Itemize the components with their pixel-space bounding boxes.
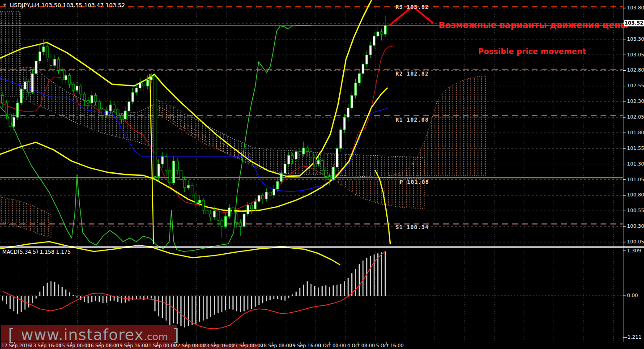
candle-bear [117,109,119,115]
candle-bear [98,102,100,109]
chart-window: [ www.instaforex .com ] ▼ USDJPY,H4 103.… [0,0,644,349]
candle-bull [198,200,200,203]
candle-bear [50,58,52,66]
candle-bear [325,170,327,177]
candle-bear [232,208,234,214]
candle-bear [9,114,11,127]
candle-bull [31,73,34,92]
candle-bull [35,61,37,74]
candle-bull [91,95,93,103]
candle-bull [54,59,56,65]
candle-bear [183,180,186,188]
candle-bear [380,32,383,34]
candle-bull [228,208,230,217]
candle-bear [221,220,223,226]
candle-bull [139,83,141,88]
candle-bear [72,84,74,90]
band-spike-line [150,74,154,244]
candle-bull [351,95,353,108]
pivot-label-r1: R1 102.08 [396,117,429,123]
price-axis-zone[interactable] [623,0,644,342]
candle-bull [39,52,41,61]
symbol-dropdown-icon[interactable]: ▼ [3,3,6,7]
candle-bear [94,95,97,102]
candle-bear [202,200,205,210]
candle-bull [146,80,149,86]
candle-bull [332,167,334,180]
candle-bear [291,155,294,159]
candle-bull [132,92,134,102]
candle-bull [158,164,160,177]
candle-bear [328,177,331,180]
candle-bull [106,111,108,115]
candle-bear [2,95,4,103]
time-axis-zone[interactable] [0,342,644,349]
candle-bear [262,195,264,199]
candle-bull [20,89,22,103]
candle-bear [80,86,82,94]
candle-bull [295,152,297,159]
candle-bull [366,55,368,64]
candle-bear [154,77,156,176]
candle-bull [354,83,357,95]
candle-bull [254,201,256,209]
pivot-label-s1: S1 100.34 [396,224,429,230]
candle-bull [317,160,320,164]
candle-bull [24,82,26,89]
annotation-line-ru: Возможные варианты движения цены [439,20,626,30]
ichimoku-cloud [20,67,154,148]
candle-bull [172,161,175,183]
candle-bull [265,192,268,199]
candle-bull [161,157,163,164]
candle-bull [347,108,349,117]
candle-bull [243,214,245,226]
pivot-label-r3: R3 103.82 [396,4,429,10]
candle-bear [239,223,242,226]
candle-bear [87,100,89,103]
candle-bull [336,149,338,167]
candle-bear [28,82,30,93]
macd-layer [3,251,385,329]
ichimoku-cloud [0,197,51,238]
candle-bull [277,182,279,189]
candle-bear [83,94,85,100]
candle-bear [217,211,219,220]
ichimoku-cloud [154,98,424,179]
candle-bear [102,109,104,115]
candle-bull [225,217,227,226]
candle-bull [76,86,78,90]
candle-bull [188,185,190,188]
candle-bull [13,117,15,127]
candle-bull [150,77,153,80]
candle-bull [109,105,111,111]
candle-bear [235,214,238,223]
macd-indicator-label: MACD(5,34,5) 1.158 1.175 [2,249,71,255]
candle-bear [143,83,145,86]
candle-bull [288,155,290,164]
candle-bull [247,205,249,214]
candle-bear [68,76,71,85]
candle-bear [57,59,60,70]
candle-bear [310,152,312,158]
candle-bull [124,111,126,119]
candle-bull [128,102,130,111]
candle-bull [43,47,45,51]
candle-bear [165,157,167,170]
candle-bear [314,158,316,164]
pivot-label-p: P 101.08 [400,179,429,185]
ichimoku-cloud-layer [0,12,486,238]
candle-bull [258,195,260,201]
candle-bear [191,185,193,194]
candle-bear [209,214,212,217]
candle-bear [321,160,323,170]
price-movement-annotation: Возможные варианты движения цены Possibl… [439,3,626,73]
annotation-line-en: Possible price movement [439,47,626,56]
candle-bull [284,164,286,174]
candle-bear [195,194,197,203]
candle-bull [362,64,364,74]
macd-signal-line [3,251,385,328]
candle-bear [251,205,253,209]
candle-bear [169,170,171,183]
candle-bull [17,103,19,117]
candle-bear [176,161,179,170]
